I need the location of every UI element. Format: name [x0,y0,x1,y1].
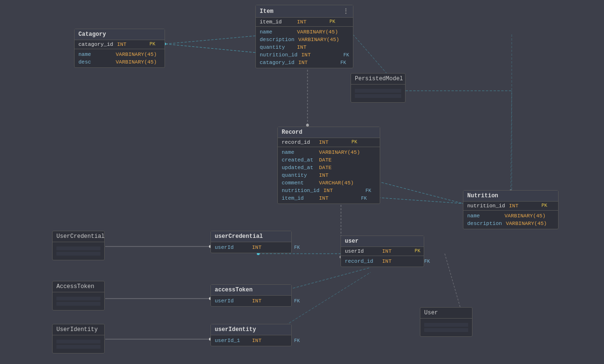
table-user[interactable]: user userId INT PK record_idINTFK [340,236,424,267]
table-record-title: Record [282,129,302,136]
table-item-body: nameVARBINARY(45) descriptionVARBINARY(4… [256,27,353,68]
table-catagory-body: nameVARBINARY(45) descVARBINARY(45) [75,49,165,67]
table-row: commentVARCHAR(45) [278,179,380,187]
table-row: quantityINT [256,43,353,51]
table-row: catagory_idINTFK [256,59,353,66]
table-useridentity-body: userId_1INTFK [211,335,291,346]
table-usercredential-simple[interactable]: UserCredential [52,231,105,260]
table-usercredential-simple-body [53,242,104,260]
svg-line-0 [165,44,255,53]
table-item-menu-icon[interactable]: ⋮ [342,7,349,15]
table-accesstoken-body: userIdINTFK [211,296,291,306]
table-catagory-header: Catagory [75,29,165,40]
table-usercredential-body: userIdINTFK [211,242,291,253]
table-catagory[interactable]: Catagory catagory_id INT PK nameVARBINAR… [74,29,165,68]
table-row: descriptionVARBINARY(45) [256,36,353,43]
table-nutrition-title: Nutrition [467,193,498,199]
table-row: userId_1INTFK [211,337,291,344]
table-user-title: user [345,238,359,245]
table-row: nameVARBINARY(45) [75,51,165,58]
table-catagory-title: Catagory [78,31,106,38]
svg-line-27 [165,36,255,44]
table-item-pk-row: item_id INT PK [256,18,353,27]
table-nutrition-pk-row: nutrition_id INT PK [463,202,558,211]
table-catagory-pk-row: catagory_id INT PK [75,40,165,49]
table-record-header: Record [278,127,380,138]
table-accesstoken[interactable]: accessToken userIdINTFK [210,284,292,307]
table-user-body: record_idINTFK [341,256,424,267]
table-accesstoken-title: accessToken [215,287,253,293]
table-row: userIdINTFK [211,297,291,305]
table-nutrition-body: nameVARBINARY(45) descriptionVARBINARY(4… [463,211,558,229]
svg-line-11 [511,91,512,191]
table-row: nameVARBINARY(45) [463,212,558,220]
table-row: nameVARBINARY(45) [278,149,380,156]
table-row: quantityINT [278,171,380,179]
table-row: descriptionVARBINARY(45) [463,220,558,227]
diagram-canvas: Item ⋮ item_id INT PK nameVARBINARY(45) … [0,0,604,364]
svg-line-7 [378,182,463,203]
table-record-body: nameVARBINARY(45) created_atDATE updated… [278,147,380,203]
table-record[interactable]: Record record_id INT PK nameVARBINARY(45… [277,127,380,204]
table-row: userIdINTFK [211,244,291,251]
table-persisted-model[interactable]: PersistedModel [351,73,406,103]
table-accesstoken-simple-body [53,292,104,310]
table-useridentity-title: userIdentity [215,326,256,333]
table-useridentity-header: userIdentity [211,324,291,335]
table-record-pk-row: record_id INT PK [278,138,380,147]
table-accesstoken-simple[interactable]: AccessToken [52,281,105,310]
table-nutrition-header: Nutrition [463,191,558,202]
table-persisted-model-body [351,85,405,102]
table-user-simple[interactable]: User [420,307,472,337]
table-persisted-model-title: PersistedModel [351,74,405,85]
table-row: nutrition_idINTFK [278,187,380,194]
table-useridentity[interactable]: userIdentity userId_1INTFK [210,324,292,346]
table-user-header: user [341,236,424,247]
table-item[interactable]: Item ⋮ item_id INT PK nameVARBINARY(45) … [255,5,353,68]
table-useridentity-simple[interactable]: UserIdentity [52,324,105,353]
table-row: descVARBINARY(45) [75,58,165,66]
table-usercredential-title: userCredential [215,233,263,240]
table-useridentity-simple-title: UserIdentity [53,324,104,335]
table-accesstoken-header: accessToken [211,285,291,296]
table-useridentity-simple-body [53,335,104,353]
table-user-pk-row: userId INT PK [341,247,424,256]
table-usercredential-simple-title: UserCredential [53,231,104,242]
table-row: nutrition_idINTFK [256,51,353,59]
table-usercredential[interactable]: userCredential userIdINTFK [210,231,292,253]
table-row: updated_atDATE [278,164,380,171]
table-accesstoken-simple-title: AccessToken [53,281,104,292]
table-item-header: Item ⋮ [256,5,353,18]
table-user-simple-title: User [420,308,472,319]
table-row: created_atDATE [278,156,380,164]
table-nutrition[interactable]: Nutrition nutrition_id INT PK nameVARBIN… [463,190,559,229]
table-row: nameVARBINARY(45) [256,28,353,36]
table-usercredential-header: userCredential [211,231,291,242]
table-user-simple-body [420,319,472,336]
table-row: record_idINTFK [341,257,424,265]
table-row: item_idINTFK [278,194,380,202]
table-item-title: Item [260,8,274,15]
